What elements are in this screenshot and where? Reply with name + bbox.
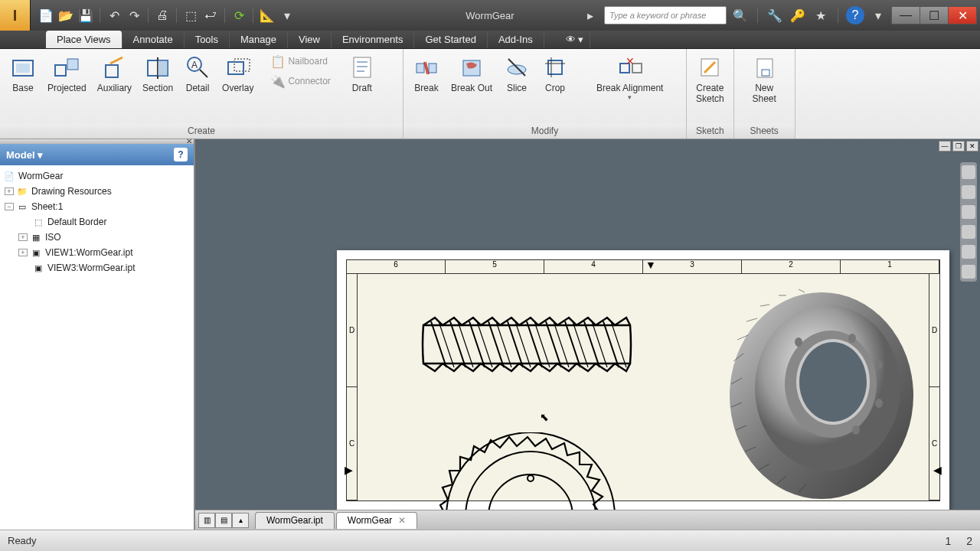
update-icon[interactable]: ⟳ [230,6,248,24]
tab-list-icon[interactable]: ▴ [232,513,249,528]
tree-resources[interactable]: +📁Drawing Resources [2,184,192,199]
draft-button[interactable]: Draft [344,52,381,95]
tree-iso[interactable]: +▦ISO [2,230,192,245]
star-icon[interactable]: ★ [812,6,830,24]
tab-close-icon[interactable]: ✕ [398,515,406,526]
drawing-sheet: 654321 DC DC ▼ ▶ ◀ [337,250,949,510]
tab-collapse-icon[interactable]: 👁 ▾ [560,31,591,48]
nailboard-button[interactable]: 📋Nailboard [268,52,333,70]
minimize-button[interactable]: — [891,6,920,24]
help-dropdown-icon[interactable]: ▾ [869,6,887,24]
status-bar: Ready 1 2 [0,530,980,551]
zoom-icon[interactable] [962,225,975,239]
browser-close-icon[interactable]: ✕ [186,137,192,145]
print-icon[interactable]: 🖨 [153,6,172,24]
wrench-icon[interactable]: 🔧 [766,6,784,24]
search-arrow-icon[interactable]: ▸ [581,6,599,24]
save-icon[interactable]: 💾 [77,6,95,24]
connector-button[interactable]: 🔌Connector [268,72,333,90]
detail-button[interactable]: ADetail [179,52,216,95]
folder-icon: 📁 [16,185,28,197]
create-sketch-button[interactable]: Create Sketch [691,52,729,106]
break-alignment-button[interactable]: ✕Break Alignment▾ [592,52,668,103]
tab-get-started[interactable]: Get Started [414,31,487,48]
model-browser: ✕ Model ▾ ? 📄WormGear +📁Drawing Resource… [0,139,195,530]
viewcube-icon[interactable] [962,185,975,199]
titleblock-icon: ▦ [30,231,42,243]
tree-sheet[interactable]: −▭Sheet:1 [2,199,192,214]
section-button[interactable]: Section [138,52,178,95]
help-icon[interactable]: ? [846,6,864,24]
undo-icon[interactable]: ↶ [105,6,123,24]
browser-header[interactable]: Model ▾ [6,149,43,161]
view-icon: ▣ [30,246,42,259]
tree-border[interactable]: ⬚Default Border [2,214,192,230]
drawing-canvas[interactable]: — ❐ ✕ 654321 DC DC ▼ [195,139,980,530]
lookAt-icon[interactable] [962,265,975,279]
model-tree: 📄WormGear +📁Drawing Resources −▭Sheet:1 … [0,165,194,530]
tree-view3[interactable]: ▣VIEW3:WormGear.ipt [2,260,192,276]
canvas-minimize-icon[interactable]: — [939,141,951,152]
view-worm-side[interactable] [416,314,638,375]
view-gear-front[interactable] [431,432,630,517]
binoculars-icon[interactable]: 🔍 [731,6,750,24]
open-icon[interactable]: 📂 [57,6,75,24]
tab-annotate[interactable]: Annotate [122,31,185,48]
key-icon[interactable]: 🔑 [789,6,807,24]
collapse-icon[interactable]: − [5,203,14,210]
doc-tab-ipt[interactable]: WormGear.ipt [255,512,335,529]
svg-point-38 [875,399,883,408]
maximize-button[interactable]: ☐ [920,6,949,24]
select-icon[interactable]: ⬚ [181,6,200,24]
tab-add-ins[interactable]: Add-Ins [488,31,544,48]
tab-tools[interactable]: Tools [185,31,230,48]
projected-button[interactable]: Projected [43,52,91,95]
base-button[interactable]: Base [5,52,41,95]
doc-tab-drawing[interactable]: WormGear✕ [336,512,417,529]
svg-rect-17 [429,64,436,73]
break-out-button[interactable]: Break Out [446,52,497,95]
navigation-bar [960,162,977,282]
browser-help-icon[interactable]: ? [174,148,188,161]
tab-place-views[interactable]: Place Views [46,31,122,48]
tile-horizontal-icon[interactable]: ▥ [198,513,215,528]
svg-rect-4 [106,65,118,77]
close-button[interactable]: ✕ [948,6,977,24]
create-group-label: Create [0,123,403,139]
svg-point-40 [795,337,802,347]
break-button[interactable]: Break [408,52,445,95]
document-title: WormGear [466,10,514,21]
svg-rect-21 [548,60,562,74]
tile-vertical-icon[interactable]: ▤ [215,513,232,528]
view-gear-iso[interactable] [722,285,921,507]
status-page-2[interactable]: 2 [966,535,972,547]
tab-environments[interactable]: Environments [332,31,414,48]
home-icon[interactable] [962,165,975,179]
measure-icon[interactable]: 📐 [258,6,276,24]
canvas-restore-icon[interactable]: ❐ [952,141,965,152]
center-marker-icon: ▶ [345,464,353,476]
overlay-button[interactable]: Overlay [217,52,258,95]
pan-icon[interactable] [962,205,975,219]
slice-button[interactable]: Slice [498,52,535,95]
search-input[interactable]: Type a keyword or phrase [604,6,727,24]
tree-root[interactable]: 📄WormGear [2,168,192,184]
status-page-1[interactable]: 1 [945,535,951,547]
canvas-close-icon[interactable]: ✕ [966,141,978,152]
crop-button[interactable]: Crop [537,52,573,95]
tab-manage[interactable]: Manage [230,31,288,48]
tree-view1[interactable]: +▣VIEW1:WormGear.ipt [2,245,192,260]
return-icon[interactable]: ⮐ [201,6,220,24]
expand-icon[interactable]: + [18,249,28,256]
orbit-icon[interactable] [962,245,975,259]
expand-icon[interactable]: + [18,233,28,241]
new-icon[interactable]: 📄 [37,6,55,24]
new-sheet-button[interactable]: New Sheet [739,52,790,106]
dropdown-icon[interactable]: ▾ [278,6,296,24]
redo-icon[interactable]: ↷ [125,6,143,24]
svg-point-35 [799,342,867,422]
tab-view[interactable]: View [288,31,332,48]
auxiliary-button[interactable]: Auxiliary [93,52,136,95]
expand-icon[interactable]: + [5,187,14,195]
center-marker-icon: ◀ [933,464,942,476]
